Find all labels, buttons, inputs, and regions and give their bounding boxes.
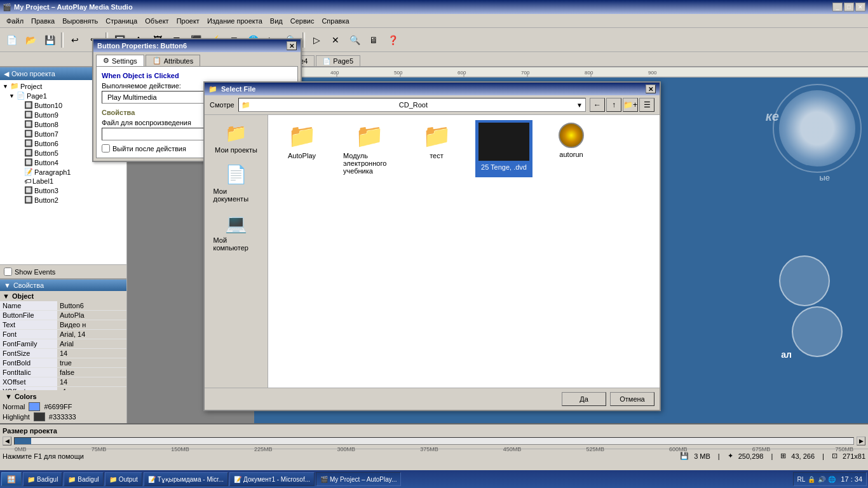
marker-525mb: 525MB [586,446,604,452]
colors-expand-icon[interactable]: ▼ [5,393,12,400]
prop-name-font: Font [0,330,57,339]
look-in-combo[interactable]: 📁 CD_Root ▼ [238,98,586,112]
menu-edit[interactable]: Правка [27,16,58,26]
taskbar-btn-doc1[interactable]: 📝 Документ1 - Microsof... [229,472,315,486]
zoom-button[interactable]: 🔍 [346,31,363,49]
prop-row-fontsize: FontSize14 [0,349,126,358]
tab-settings[interactable]: ⚙ Settings [96,55,144,66]
menu-view[interactable]: Вид [266,16,287,26]
properties-object-expand[interactable]: ▼ [3,292,10,300]
maximize-button[interactable]: □ [844,3,854,11]
file-item-dvd[interactable]: 25 Tenge, .dvd [475,120,532,177]
close-button[interactable]: ✕ [855,3,865,11]
color-normal-swatch[interactable] [29,402,40,411]
tree-label1-label: Label1 [32,177,53,185]
menu-page[interactable]: Страница [102,16,141,26]
show-events-row[interactable]: Show Events [0,264,126,278]
select-file-close-button[interactable]: ✕ [646,85,656,93]
monitor-button[interactable]: 🖥 [365,31,383,49]
autorun-icon [559,123,584,148]
test-folder-label: тест [430,152,444,159]
exit-label: Выйти после действия [112,145,186,152]
color-highlight-swatch[interactable] [34,412,45,421]
shortcut-my-computer[interactable]: 💻 Мой компьютер [211,210,262,254]
shortcut-my-documents[interactable]: 📄 Мои документы [211,161,262,205]
menu-tools[interactable]: Сервис [287,16,318,26]
badigul2-icon: 📁 [68,476,76,483]
tree-button2[interactable]: 🔲 Button2 [1,195,125,205]
file-item-module[interactable]: 📁 Модуль электронного учебника [341,120,398,177]
tray-lang-icon: RL [797,476,806,483]
autoplay-taskbar-icon: 🎬 [320,476,328,483]
file-item-autoplay[interactable]: 📁 AutoPlay [273,120,330,177]
file-item-autorun[interactable]: autorun [543,120,600,177]
color-normal-value: #6699FF [44,403,72,410]
dvd-thumbnail [478,123,529,161]
tree-paragraph1[interactable]: 📝 Paragraph1 [1,167,125,177]
file-item-test[interactable]: 📁 тест [408,120,465,177]
menu-align[interactable]: Выровнять [58,16,102,26]
prop-value-fontsize: 14 [57,349,126,358]
dialog-ok-button[interactable]: Да [562,392,606,406]
minimize-button[interactable]: _ [832,3,843,11]
taskbar-btn-output[interactable]: 📁 Output [105,472,142,486]
start-button[interactable]: 🪟 [1,472,22,486]
shortcut-my-projects[interactable]: 📁 Мои проекты [211,120,262,156]
save-button[interactable]: 💾 [41,31,58,49]
settings-tab-icon: ⚙ [103,57,109,65]
preview-button[interactable]: ▷ [308,31,325,49]
select-file-dialog: 📁 Select File ✕ Смотре 📁 CD_Root ▼ ← ↑ 📁… [203,81,661,411]
project-size-area: Размер проекта ◀ 0MB 75MB 150MB 225MB 30… [0,423,868,449]
taskbar-btn-badigul1[interactable]: 📁 Badigul [23,472,62,486]
menu-object[interactable]: Объект [141,16,172,26]
app-icon: 🎬 [3,3,11,11]
dialog-cancel-button[interactable]: Отмена [610,392,654,406]
color-normal-label: Normal [3,403,25,410]
button-properties-title-text: Button Properties: Button6 [97,42,187,50]
toolbar-separator-3 [302,32,305,48]
project-panel-title: Окно проекта [11,70,55,78]
svg-text:700: 700 [521,70,530,76]
expand-project-icon: ▼ [3,83,9,90]
nav-new-folder-button[interactable]: 📁+ [623,98,638,112]
tree-label1[interactable]: 🏷 Label1 [1,177,125,186]
help-button[interactable]: ❓ [384,31,402,49]
menu-publish[interactable]: Издание проекта [203,16,266,26]
progress-scroll-right[interactable]: ▶ [857,437,865,445]
app-title: My Project – AutoPlay Media Studio [14,3,133,11]
open-button[interactable]: 📂 [22,31,39,49]
nav-view-button[interactable]: ☰ [639,98,654,112]
menu-help[interactable]: Справка [318,16,353,26]
prop-row-yoffset: YOffset-4 [0,387,126,390]
doc1-icon: 📝 [234,476,241,483]
stop-preview-button[interactable]: ✕ [327,31,344,49]
progress-scroll-left[interactable]: ◀ [3,437,11,445]
taskbar-btn-autoplay[interactable]: 🎬 My Project – AutoPlay... [316,472,401,486]
button-properties-close-button[interactable]: ✕ [287,41,297,50]
taskbar-btn-tukyrym[interactable]: 📝 Тұқырымдама - Micr... [144,472,228,486]
canvas-circle2 [792,306,843,357]
properties-expand-icon[interactable]: ▼ [4,281,11,289]
undo-button[interactable]: ↩ [66,31,84,49]
show-events-checkbox[interactable] [4,268,12,276]
prop-name-yoffset: YOffset [0,387,57,390]
canvas-button-label: ал [781,349,792,360]
tree-paragraph1-label: Paragraph1 [34,168,71,176]
tab-attributes[interactable]: 📋 Attributes [146,55,200,66]
prop-value-xoffset: 14 [57,377,126,386]
taskbar-btn-badigul2[interactable]: 📁 Badigul [64,472,103,486]
tree-button3[interactable]: 🔲 Button3 [1,186,125,195]
colors-title: Colors [15,393,37,400]
menu-project[interactable]: Проект [173,16,203,26]
tab-page5[interactable]: 📄 Page5 [316,55,360,66]
exit-checkbox[interactable] [102,144,110,152]
marker-750mb: 750MB [835,446,853,452]
badigul2-label: Badigul [78,476,98,483]
new-button[interactable]: 📄 [3,31,20,49]
tab-page5-icon: 📄 [323,58,330,65]
nav-back-button[interactable]: ← [590,98,605,112]
prop-name-fontbold: FontBold [0,358,57,367]
nav-up-button[interactable]: ↑ [606,98,621,112]
menu-file[interactable]: Файл [3,16,27,26]
color-highlight-label: Highlight [3,413,30,421]
